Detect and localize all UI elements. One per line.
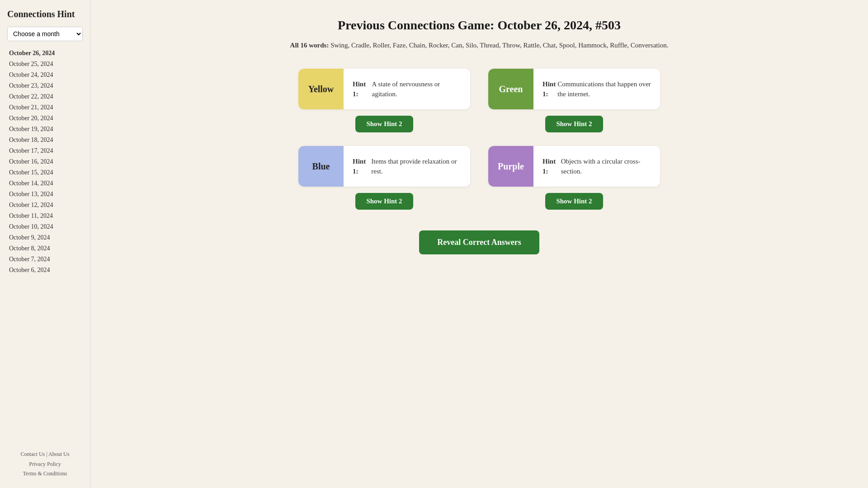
- main-content: Previous Connections Game: October 26, 2…: [90, 0, 868, 488]
- date-link[interactable]: October 23, 2024: [7, 81, 83, 91]
- date-list-item: October 18, 2024: [7, 135, 83, 145]
- date-link[interactable]: October 18, 2024: [7, 135, 83, 145]
- date-list-item: October 14, 2024: [7, 178, 83, 188]
- hint-text: Communications that happen over the inte…: [557, 79, 651, 99]
- terms-conditions-link[interactable]: Terms & Conditions: [23, 470, 67, 477]
- sidebar-title: Connections Hint: [7, 9, 83, 19]
- date-link[interactable]: October 6, 2024: [7, 265, 83, 275]
- date-list-item: October 25, 2024: [7, 59, 83, 69]
- date-link[interactable]: October 14, 2024: [7, 178, 83, 188]
- show-hint-2-button-purple[interactable]: Show Hint 2: [545, 193, 603, 210]
- about-us-link[interactable]: About Us: [48, 451, 69, 457]
- date-list-item: October 20, 2024: [7, 113, 83, 123]
- card-wrapper: YellowHint 1: A state of nervousness or …: [298, 69, 470, 132]
- date-link[interactable]: October 26, 2024: [7, 48, 83, 58]
- reveal-correct-answers-button[interactable]: Reveal Correct Answers: [419, 230, 539, 254]
- date-list-item: October 6, 2024: [7, 265, 83, 275]
- date-link[interactable]: October 16, 2024: [7, 157, 83, 167]
- date-link[interactable]: October 24, 2024: [7, 70, 83, 80]
- date-link[interactable]: October 7, 2024: [7, 254, 83, 264]
- sidebar-footer: Contact Us | About Us Privacy Policy Ter…: [7, 450, 83, 479]
- hint-label: Hint 1:: [542, 156, 561, 177]
- card-hint-blue: Hint 1: Items that provide relaxation or…: [344, 146, 470, 187]
- card-color-tab-blue: Blue: [298, 146, 344, 187]
- date-list: October 26, 2024October 25, 2024October …: [7, 48, 83, 439]
- all-words-text: Swing, Cradle, Roller, Faze, Chain, Rock…: [330, 42, 668, 49]
- date-list-item: October 7, 2024: [7, 254, 83, 264]
- card-wrapper: PurpleHint 1: Objects with a circular cr…: [488, 146, 660, 210]
- date-list-item: October 13, 2024: [7, 189, 83, 199]
- card-purple: PurpleHint 1: Objects with a circular cr…: [488, 146, 660, 187]
- date-link[interactable]: October 17, 2024: [7, 146, 83, 156]
- contact-us-link[interactable]: Contact Us: [21, 451, 45, 457]
- date-list-item: October 17, 2024: [7, 146, 83, 156]
- hint-label: Hint 1:: [353, 79, 372, 99]
- card-yellow: YellowHint 1: A state of nervousness or …: [298, 69, 470, 109]
- date-list-item: October 11, 2024: [7, 211, 83, 221]
- date-link[interactable]: October 11, 2024: [7, 211, 83, 221]
- date-list-item: October 15, 2024: [7, 168, 83, 178]
- card-hint-purple: Hint 1: Objects with a circular cross-se…: [533, 146, 660, 187]
- card-color-tab-yellow: Yellow: [298, 69, 344, 109]
- date-link[interactable]: October 13, 2024: [7, 189, 83, 199]
- sidebar: Connections Hint Choose a month October …: [0, 0, 90, 488]
- date-list-item: October 24, 2024: [7, 70, 83, 80]
- date-list-item: October 19, 2024: [7, 124, 83, 134]
- reveal-section: Reveal Correct Answers: [118, 230, 841, 254]
- show-hint-2-button-blue[interactable]: Show Hint 2: [355, 193, 413, 210]
- date-list-item: October 16, 2024: [7, 157, 83, 167]
- date-link[interactable]: October 8, 2024: [7, 244, 83, 253]
- date-link[interactable]: October 12, 2024: [7, 200, 83, 210]
- date-link[interactable]: October 9, 2024: [7, 233, 83, 243]
- cards-grid: YellowHint 1: A state of nervousness or …: [298, 69, 660, 223]
- card-color-tab-green: Green: [488, 69, 533, 109]
- card-wrapper: GreenHint 1: Communications that happen …: [488, 69, 660, 132]
- card-color-tab-purple: Purple: [488, 146, 533, 187]
- date-list-item: October 8, 2024: [7, 244, 83, 253]
- hint-label: Hint 1:: [353, 156, 371, 177]
- card-green: GreenHint 1: Communications that happen …: [488, 69, 660, 109]
- date-list-item: October 23, 2024: [7, 81, 83, 91]
- date-list-item: October 10, 2024: [7, 222, 83, 232]
- date-list-item: October 9, 2024: [7, 233, 83, 243]
- card-wrapper: BlueHint 1: Items that provide relaxatio…: [298, 146, 470, 210]
- date-link[interactable]: October 25, 2024: [7, 59, 83, 69]
- privacy-policy-link[interactable]: Privacy Policy: [29, 461, 61, 467]
- date-list-item: October 26, 2024: [7, 48, 83, 58]
- date-link[interactable]: October 20, 2024: [7, 113, 83, 123]
- date-list-item: October 12, 2024: [7, 200, 83, 210]
- date-link[interactable]: October 22, 2024: [7, 92, 83, 102]
- show-hint-2-button-green[interactable]: Show Hint 2: [545, 116, 603, 132]
- date-link[interactable]: October 21, 2024: [7, 103, 83, 113]
- date-link[interactable]: October 19, 2024: [7, 124, 83, 134]
- date-link[interactable]: October 10, 2024: [7, 222, 83, 232]
- card-hint-yellow: Hint 1: A state of nervousness or agitat…: [344, 69, 470, 109]
- hint-text: A state of nervousness or agitation.: [372, 79, 461, 99]
- hint-text: Items that provide relaxation or rest.: [371, 156, 461, 177]
- page-title: Previous Connections Game: October 26, 2…: [118, 18, 841, 33]
- show-hint-2-button-yellow[interactable]: Show Hint 2: [355, 116, 413, 132]
- hint-text: Objects with a circular cross-section.: [561, 156, 651, 177]
- card-blue: BlueHint 1: Items that provide relaxatio…: [298, 146, 470, 187]
- date-link[interactable]: October 15, 2024: [7, 168, 83, 178]
- all-words-line: All 16 words: Swing, Cradle, Roller, Faz…: [118, 40, 841, 51]
- hint-label: Hint 1:: [542, 79, 557, 99]
- month-select[interactable]: Choose a month October 2024September 202…: [7, 27, 83, 41]
- card-hint-green: Hint 1: Communications that happen over …: [533, 69, 660, 109]
- date-list-item: October 21, 2024: [7, 103, 83, 113]
- all-words-label: All 16 words:: [290, 42, 329, 49]
- date-list-item: October 22, 2024: [7, 92, 83, 102]
